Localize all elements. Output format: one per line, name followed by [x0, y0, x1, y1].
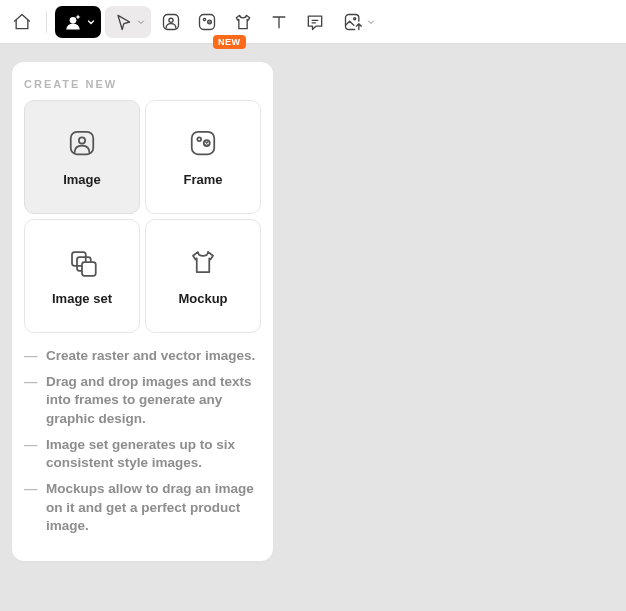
- create-card-frame[interactable]: Frame: [145, 100, 261, 214]
- svg-point-0: [70, 17, 77, 24]
- dash-icon: —: [24, 347, 38, 365]
- tip-item: —Create raster and vector images.: [24, 347, 257, 365]
- create-grid: Image Frame Image set Mockup: [24, 100, 261, 333]
- tip-item: —Drag and drop images and texts into fra…: [24, 373, 257, 428]
- tip-item: —Mockups allow to drag an image on it an…: [24, 480, 257, 535]
- dash-icon: —: [24, 436, 38, 472]
- create-card-mockup[interactable]: Mockup: [145, 219, 261, 333]
- image-person-icon: [67, 128, 97, 158]
- svg-point-2: [169, 18, 173, 22]
- home-button[interactable]: [6, 6, 38, 38]
- frame-tool-button[interactable]: [191, 6, 223, 38]
- select-tool-button[interactable]: [105, 6, 151, 38]
- frame-icon: [197, 12, 217, 32]
- chevron-down-icon: [365, 16, 377, 28]
- create-card-image-set[interactable]: Image set: [24, 219, 140, 333]
- svg-rect-14: [82, 262, 96, 276]
- chevron-down-icon: [85, 16, 97, 28]
- card-label: Mockup: [178, 291, 227, 306]
- comment-tool-button[interactable]: [299, 6, 331, 38]
- dash-icon: —: [24, 480, 38, 535]
- mockup-tool-button[interactable]: [227, 6, 259, 38]
- create-card-image[interactable]: Image: [24, 100, 140, 214]
- tip-item: —Image set generates up to six consisten…: [24, 436, 257, 472]
- image-set-icon: [67, 247, 97, 277]
- card-label: Frame: [183, 172, 222, 187]
- new-badge: NEW: [213, 35, 246, 49]
- tip-text: Create raster and vector images.: [46, 347, 255, 365]
- svg-point-6: [354, 17, 356, 19]
- card-label: Image set: [52, 291, 112, 306]
- text-icon: [269, 12, 289, 32]
- image-tool-button[interactable]: [155, 6, 187, 38]
- toolbar: NEW: [0, 0, 626, 44]
- frame-icon: [188, 128, 218, 158]
- generate-tool-button[interactable]: [55, 6, 101, 38]
- generate-icon: [63, 12, 83, 32]
- create-new-panel: CREATE NEW Image Frame Image set Mockup: [12, 62, 273, 561]
- svg-point-8: [79, 137, 85, 143]
- card-label: Image: [63, 172, 101, 187]
- toolbar-separator: [46, 11, 47, 33]
- image-upload-icon: [343, 12, 363, 32]
- svg-point-4: [203, 18, 205, 20]
- svg-point-10: [197, 137, 201, 141]
- tshirt-icon: [233, 12, 253, 32]
- panel-title: CREATE NEW: [24, 74, 261, 100]
- upload-tool-button[interactable]: [335, 6, 381, 38]
- dash-icon: —: [24, 373, 38, 428]
- tips-list: —Create raster and vector images. —Drag …: [24, 347, 261, 535]
- chevron-down-icon: [135, 16, 147, 28]
- tip-text: Mockups allow to drag an image on it and…: [46, 480, 257, 535]
- tip-text: Image set generates up to six consistent…: [46, 436, 257, 472]
- comment-icon: [305, 12, 325, 32]
- text-tool-button[interactable]: [263, 6, 295, 38]
- cursor-icon: [113, 12, 133, 32]
- tip-text: Drag and drop images and texts into fram…: [46, 373, 257, 428]
- image-person-icon: [161, 12, 181, 32]
- tshirt-icon: [188, 247, 218, 277]
- home-icon: [12, 12, 32, 32]
